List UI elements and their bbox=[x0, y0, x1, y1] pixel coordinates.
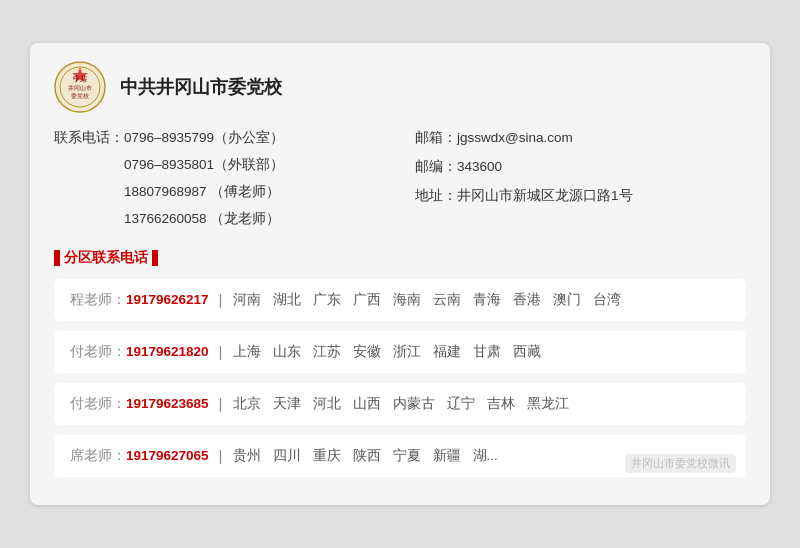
separator-0: | bbox=[219, 291, 223, 308]
contact-info: 联系电话：0796–8935799（办公室） 0796–8935801（外联部）… bbox=[54, 127, 746, 235]
region-block-1: 付老师：19179621820 | 上海 山东 江苏 安徽 浙江 福建 甘肃 西… bbox=[54, 331, 746, 373]
section-divider: 分区联系电话 bbox=[54, 249, 746, 267]
email-row: 邮箱：jgsswdx@sina.com bbox=[415, 127, 746, 150]
main-card: 中共 井冈山市 委党校 中共井冈山市委党校 联系电话：0796–8935799（… bbox=[30, 43, 770, 505]
contact-right: 邮箱：jgsswdx@sina.com 邮编：343600 地址：井冈山市新城区… bbox=[385, 127, 746, 235]
region-block-3: 席老师：19179627065 | 贵州 四川 重庆 陕西 宁夏 新疆 湖...… bbox=[54, 435, 746, 477]
teacher-info-3: 席老师：19179627065 bbox=[70, 447, 209, 465]
phone-row-2: 0796–8935801（外联部） bbox=[54, 154, 385, 177]
regions-3: 贵州 四川 重庆 陕西 宁夏 新疆 湖... bbox=[233, 447, 498, 465]
region-block-0: 程老师：19179626217 | 河南 湖北 广东 广西 海南 云南 青海 香… bbox=[54, 279, 746, 321]
contact-left: 联系电话：0796–8935799（办公室） 0796–8935801（外联部）… bbox=[54, 127, 385, 235]
watermark: 井冈山市委党校微讯 bbox=[625, 454, 736, 473]
address-row: 地址：井冈山市新城区龙源口路1号 bbox=[415, 185, 746, 208]
org-title: 中共井冈山市委党校 bbox=[120, 75, 282, 99]
svg-text:井冈山市: 井冈山市 bbox=[68, 84, 92, 91]
separator-2: | bbox=[219, 395, 223, 412]
phone-row-4: 13766260058 （龙老师） bbox=[54, 208, 385, 231]
regions-1: 上海 山东 江苏 安徽 浙江 福建 甘肃 西藏 bbox=[233, 343, 541, 361]
phone-row-3: 18807968987 （傅老师） bbox=[54, 181, 385, 204]
logo-icon: 中共 井冈山市 委党校 bbox=[54, 61, 106, 113]
teacher-info-1: 付老师：19179621820 bbox=[70, 343, 209, 361]
postcode-row: 邮编：343600 bbox=[415, 156, 746, 179]
regions-0: 河南 湖北 广东 广西 海南 云南 青海 香港 澳门 台湾 bbox=[233, 291, 621, 309]
divider-left-bar bbox=[54, 250, 60, 266]
svg-text:委党校: 委党校 bbox=[71, 92, 89, 99]
section-title: 分区联系电话 bbox=[64, 249, 148, 267]
region-block-2: 付老师：19179623685 | 北京 天津 河北 山西 内蒙古 辽宁 吉林 … bbox=[54, 383, 746, 425]
phone-row-1: 联系电话：0796–8935799（办公室） bbox=[54, 127, 385, 150]
teacher-info-0: 程老师：19179626217 bbox=[70, 291, 209, 309]
divider-right-bar bbox=[152, 250, 158, 266]
teacher-info-2: 付老师：19179623685 bbox=[70, 395, 209, 413]
regions-2: 北京 天津 河北 山西 内蒙古 辽宁 吉林 黑龙江 bbox=[233, 395, 569, 413]
header: 中共 井冈山市 委党校 中共井冈山市委党校 bbox=[54, 61, 746, 113]
separator-3: | bbox=[219, 447, 223, 464]
separator-1: | bbox=[219, 343, 223, 360]
